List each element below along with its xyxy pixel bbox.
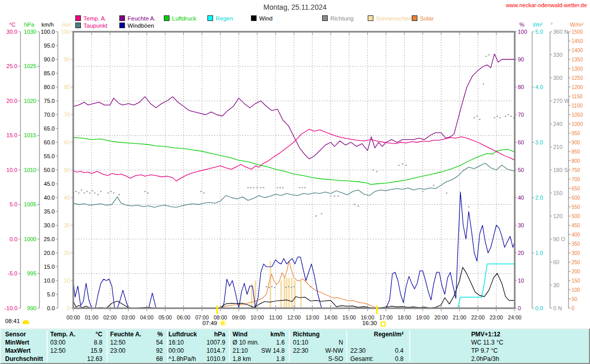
svg-text:1200: 1200: [572, 84, 583, 90]
table-header: Feuchte A.: [110, 330, 141, 338]
table-cell-value: 15.9: [91, 347, 102, 355]
x-tick-label: 20:00: [434, 314, 448, 320]
x-tick-label: 11:00: [269, 314, 282, 320]
svg-text:990: 990: [27, 305, 36, 311]
svg-text:30.0: 30.0: [44, 222, 55, 228]
legend-label: Taupunkt: [83, 23, 108, 29]
svg-text:1005: 1005: [24, 201, 36, 207]
svg-text:80: 80: [64, 84, 70, 90]
svg-text:100.0: 100.0: [40, 29, 55, 35]
table-header: Temp. A.: [50, 330, 75, 338]
sun-event-marker: [216, 306, 218, 314]
x-tick-label: 03:00: [122, 314, 135, 320]
axis-unit-: °: [548, 22, 555, 28]
svg-text:1050: 1050: [572, 112, 583, 118]
table-col-regen: Regenl/m²22:300.4Gesamt:0.8: [350, 329, 404, 363]
table-cell-value: 12.63: [87, 355, 102, 363]
svg-text:0.0: 0.0: [10, 236, 17, 242]
svg-text:-5.0: -5.0: [8, 270, 17, 276]
x-tick-label: 00:00: [67, 314, 80, 320]
table-separator: [229, 330, 230, 362]
svg-text:900: 900: [572, 140, 580, 145]
svg-text:20.0: 20.0: [7, 98, 17, 104]
x-tick-label: 10:00: [250, 314, 264, 320]
table-separator: [346, 330, 347, 362]
svg-text:0: 0: [572, 306, 575, 311]
svg-text:240: 240: [553, 121, 562, 127]
x-tick-label: 17:00: [379, 314, 392, 320]
legend-item-regen: Regen: [207, 15, 233, 22]
table-cell: 22:30: [293, 347, 308, 355]
summary-table: SensorMinWertMaxWertDurchschnittTemp. A.…: [0, 328, 590, 364]
table-header-unit: km/h: [270, 330, 285, 338]
svg-text:700: 700: [572, 177, 580, 182]
table-cell: ^1.8hPa/h: [168, 355, 196, 363]
axis-hpa: 1030102510201015101010051000995990: [24, 29, 39, 311]
svg-text:90 O: 90 O: [553, 236, 565, 242]
svg-text:60: 60: [518, 139, 524, 145]
svg-text:1025: 1025: [24, 63, 36, 69]
legend-item-luftdruck: Luftdruck: [164, 15, 196, 22]
table-cell-value: N: [339, 338, 343, 347]
svg-text:45.0: 45.0: [44, 181, 55, 187]
morning-time: 08:41: [5, 318, 20, 324]
svg-text:80.0: 80.0: [44, 84, 55, 90]
svg-text:180 S: 180 S: [553, 167, 568, 173]
table-cell: 23:00: [110, 347, 125, 355]
svg-text:15.0: 15.0: [44, 264, 55, 270]
x-tick-label: 05:00: [158, 314, 172, 320]
svg-text:450: 450: [572, 223, 580, 228]
page-title: Montag, 25.11.2024: [0, 3, 590, 11]
svg-text:350: 350: [572, 241, 580, 247]
svg-text:60: 60: [553, 259, 559, 265]
table-cell: Ø 10 min.: [233, 338, 259, 347]
x-tick-label: 15:00: [343, 314, 356, 320]
svg-text:300: 300: [553, 75, 562, 81]
legend-item-feuchte-a: Feuchte A.: [119, 15, 156, 22]
svg-text:55.0: 55.0: [44, 153, 55, 159]
axis-l-m: 5.04.03.02.01.00.0: [532, 29, 543, 311]
svg-text:90.0: 90.0: [44, 56, 55, 62]
table-col-luftdruck: LuftdruckhPa16:101007.900:001014.7^1.8hP…: [168, 329, 225, 363]
legend-swatch-solar: [412, 15, 417, 21]
table-cell-value: S-SO: [328, 355, 343, 363]
table-cell-value: 1010.9: [206, 355, 225, 363]
svg-text:25.0: 25.0: [44, 236, 55, 242]
svg-text:600: 600: [572, 195, 580, 201]
morning-time-label: 08:41: [5, 318, 20, 324]
table-header-unit: %: [157, 330, 163, 338]
svg-text:100: 100: [572, 287, 580, 293]
sunset-square-icon: [381, 322, 386, 327]
x-tick-label: 14:00: [324, 314, 338, 320]
svg-text:300: 300: [572, 250, 580, 256]
svg-text:2.0: 2.0: [535, 195, 543, 201]
legend-item-richtung: Richtung: [322, 15, 353, 22]
table-separator: [47, 330, 48, 362]
site-url-link[interactable]: www.neckar-odenwald-wetter.de: [506, 2, 587, 8]
table-row-label: MinWert: [5, 338, 46, 347]
axis-: 1009080706050403020100: [515, 29, 527, 311]
svg-text:10.0: 10.0: [7, 167, 17, 173]
legend-item-windb-en: Windböen: [119, 23, 154, 29]
svg-text:-10.0: -10.0: [5, 305, 17, 311]
table-separator: [107, 330, 108, 362]
axis-km-h: 100.095.090.085.080.075.070.065.060.055.…: [40, 29, 58, 311]
svg-text:50: 50: [518, 167, 524, 173]
table-cell-value: SW 14.8: [261, 347, 285, 355]
svg-text:50: 50: [572, 296, 578, 302]
legend-swatch-temp-a: [75, 15, 81, 21]
x-tick-label: 09:00: [232, 314, 245, 320]
table-cell-value: 54: [156, 338, 163, 347]
legend-label: Windböen: [128, 23, 154, 29]
table-separator: [289, 330, 290, 362]
table-header: Wind: [233, 330, 247, 338]
svg-text:10: 10: [64, 277, 70, 284]
svg-text:150: 150: [572, 278, 580, 284]
legend-swatch-luftdruck: [164, 15, 170, 21]
sun-event-marker: [376, 306, 378, 314]
axis-unit-km-h: km/h: [38, 22, 57, 28]
axis-unit-min: min: [59, 22, 74, 28]
svg-text:70: 70: [64, 112, 70, 118]
table-cell: 22:30: [350, 347, 366, 355]
table-separator: [409, 330, 410, 362]
